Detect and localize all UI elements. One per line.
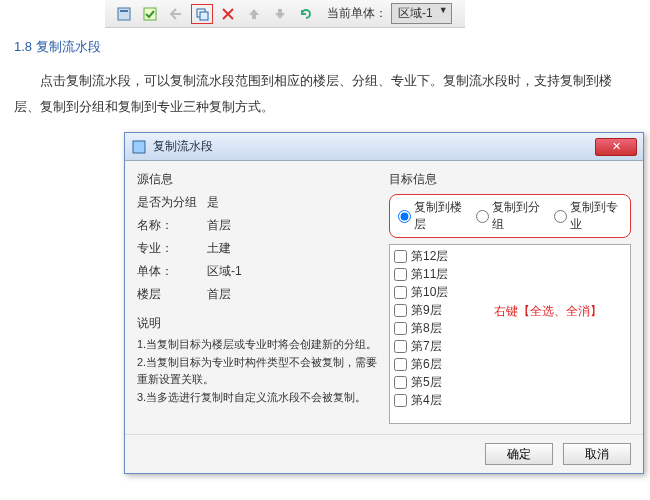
note-1: 1.当复制目标为楼层或专业时将会创建新的分组。 xyxy=(137,336,379,354)
current-unit-select[interactable]: 区域-1 xyxy=(391,3,452,24)
cancel-button[interactable]: 取消 xyxy=(563,443,631,465)
svg-rect-1 xyxy=(120,10,128,12)
context-menu-hint: 右键【全选、全消】 xyxy=(494,303,602,320)
floor-value: 首层 xyxy=(207,286,379,303)
dialog-titlebar: 复制流水段 ✕ xyxy=(125,133,643,161)
toolbar-btn-3[interactable] xyxy=(165,4,187,24)
close-icon: ✕ xyxy=(612,140,621,153)
toolbar-down-btn[interactable] xyxy=(269,4,291,24)
name-label: 名称： xyxy=(137,217,207,234)
toolbar-refresh-btn[interactable] xyxy=(295,4,317,24)
notes-title: 说明 xyxy=(137,315,379,332)
list-item[interactable]: 第8层 xyxy=(394,319,626,337)
radio-copy-to-spec[interactable]: 复制到专业 xyxy=(554,199,622,233)
dialog-footer: 确定 取消 xyxy=(125,434,643,473)
floor-checkbox[interactable] xyxy=(394,376,407,389)
section-title: 1.8 复制流水段 xyxy=(14,38,636,56)
name-value: 首层 xyxy=(207,217,379,234)
copy-flow-segment-button[interactable] xyxy=(191,4,213,24)
floor-checkbox[interactable] xyxy=(394,268,407,281)
list-item[interactable]: 第6层 xyxy=(394,355,626,373)
floor-label: 第11层 xyxy=(411,266,448,283)
floor-checkbox[interactable] xyxy=(394,394,407,407)
copy-flow-segment-dialog: 复制流水段 ✕ 源信息 是否为分组 是 名称： 首层 专业： 土建 单体： 区域… xyxy=(124,132,644,474)
floor-label: 第4层 xyxy=(411,392,442,409)
floor-label: 楼层 xyxy=(137,286,207,303)
floor-label: 第5层 xyxy=(411,374,442,391)
toolbar-btn-2[interactable] xyxy=(139,4,161,24)
floor-label: 第7层 xyxy=(411,338,442,355)
dialog-title: 复制流水段 xyxy=(153,138,595,155)
svg-rect-2 xyxy=(144,8,156,20)
radio-copy-to-floor[interactable]: 复制到楼层 xyxy=(398,199,466,233)
floor-listbox[interactable]: 第12层第11层第10层第9层第8层第7层第6层第5层第4层 右键【全选、全消】 xyxy=(389,244,631,424)
spec-value: 土建 xyxy=(207,240,379,257)
source-panel-title: 源信息 xyxy=(137,171,379,188)
toolbar-btn-1[interactable] xyxy=(113,4,135,24)
is-group-value: 是 xyxy=(207,194,379,211)
notes-list: 1.当复制目标为楼层或专业时将会创建新的分组。 2.当复制目标为专业时构件类型不… xyxy=(137,336,379,406)
note-2: 2.当复制目标为专业时构件类型不会被复制，需要重新设置关联。 xyxy=(137,354,379,389)
list-item[interactable]: 第11层 xyxy=(394,265,626,283)
target-panel-title: 目标信息 xyxy=(389,171,631,188)
list-item[interactable]: 第12层 xyxy=(394,247,626,265)
source-panel: 源信息 是否为分组 是 名称： 首层 专业： 土建 单体： 区域-1 楼层 首层… xyxy=(137,171,379,424)
toolbar-up-btn[interactable] xyxy=(243,4,265,24)
floor-label: 第8层 xyxy=(411,320,442,337)
ok-button[interactable]: 确定 xyxy=(485,443,553,465)
list-item[interactable]: 第7层 xyxy=(394,337,626,355)
spec-label: 专业： xyxy=(137,240,207,257)
floor-checkbox[interactable] xyxy=(394,250,407,263)
radio-input-spec[interactable] xyxy=(554,210,567,223)
is-group-label: 是否为分组 xyxy=(137,194,207,211)
list-item[interactable]: 第4层 xyxy=(394,391,626,409)
paragraph-1: 点击复制流水段，可以复制流水段范围到相应的楼层、分组、专业下。复制流水段时，支持… xyxy=(14,68,636,120)
toolbar-delete-btn[interactable] xyxy=(217,4,239,24)
svg-rect-5 xyxy=(133,141,145,153)
floor-checkbox[interactable] xyxy=(394,286,407,299)
floor-checkbox[interactable] xyxy=(394,304,407,317)
note-3: 3.当多选进行复制时自定义流水段不会被复制。 xyxy=(137,389,379,407)
document-body: 1.8 复制流水段 点击复制流水段，可以复制流水段范围到相应的楼层、分组、专业下… xyxy=(0,28,650,488)
radio-input-group[interactable] xyxy=(476,210,489,223)
unit-value: 区域-1 xyxy=(207,263,379,280)
floor-label: 第12层 xyxy=(411,248,448,265)
floor-checkbox[interactable] xyxy=(394,340,407,353)
floor-checkbox[interactable] xyxy=(394,358,407,371)
list-item[interactable]: 第10层 xyxy=(394,283,626,301)
floor-label: 第10层 xyxy=(411,284,448,301)
target-panel: 目标信息 复制到楼层 复制到分组 复制到专业 第12层第11层第10层第9层第8… xyxy=(389,171,631,424)
copy-mode-radio-group: 复制到楼层 复制到分组 复制到专业 xyxy=(389,194,631,238)
list-item[interactable]: 第5层 xyxy=(394,373,626,391)
app-icon xyxy=(131,139,147,155)
main-toolbar: 当前单体： 区域-1 xyxy=(105,0,465,28)
current-unit-label: 当前单体： xyxy=(327,5,387,22)
floor-label: 第6层 xyxy=(411,356,442,373)
unit-label: 单体： xyxy=(137,263,207,280)
svg-rect-0 xyxy=(118,8,130,20)
svg-rect-4 xyxy=(200,12,208,20)
close-button[interactable]: ✕ xyxy=(595,138,637,156)
radio-input-floor[interactable] xyxy=(398,210,411,223)
radio-copy-to-group[interactable]: 复制到分组 xyxy=(476,199,544,233)
floor-checkbox[interactable] xyxy=(394,322,407,335)
floor-label: 第9层 xyxy=(411,302,442,319)
